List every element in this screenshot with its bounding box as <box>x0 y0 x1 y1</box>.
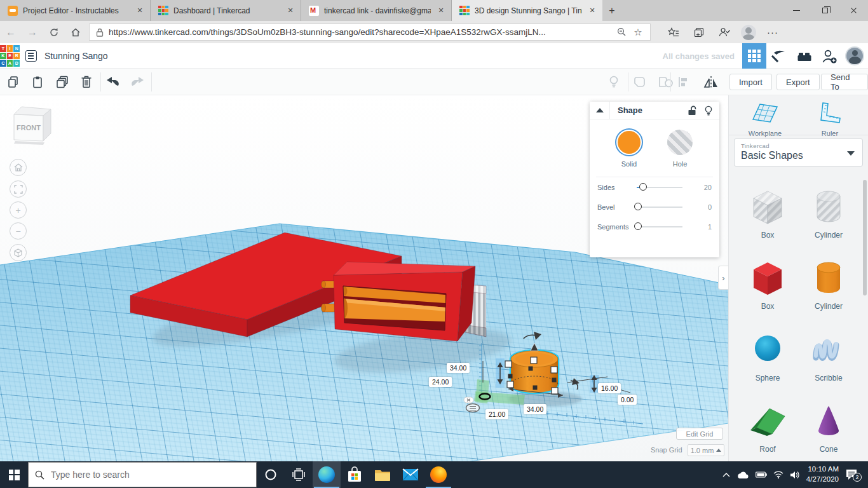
sides-slider[interactable] <box>637 187 682 188</box>
home-button[interactable] <box>65 21 86 43</box>
settings-more-icon[interactable]: ··· <box>764 24 782 41</box>
hole-option[interactable]: Hole <box>667 130 693 168</box>
solid-option[interactable]: Solid <box>616 130 642 168</box>
perspective-toggle-button[interactable] <box>10 244 27 261</box>
tinkercad-logo[interactable]: TINKERCAD <box>0 45 20 67</box>
mid-scale-handle[interactable] <box>529 367 533 371</box>
redo-icon[interactable] <box>130 75 144 89</box>
red-frame-box-shape[interactable] <box>322 262 487 341</box>
cortana-button[interactable] <box>257 461 285 488</box>
favorite-star-icon[interactable]: ☆ <box>630 27 646 38</box>
search-input[interactable] <box>51 470 229 480</box>
action-center-button[interactable]: 2 <box>845 465 863 484</box>
collections-icon[interactable] <box>690 24 708 41</box>
ungroup-icon[interactable] <box>657 75 671 89</box>
copy-icon[interactable] <box>6 75 20 89</box>
taskbar-file-explorer-button[interactable] <box>369 461 397 488</box>
blocks-view-button[interactable] <box>742 43 766 69</box>
minecraft-pickaxe-icon[interactable] <box>771 48 787 65</box>
mid-scale-handle[interactable] <box>508 374 513 379</box>
taskbar-firefox-button[interactable] <box>424 461 452 488</box>
mirror-flip-icon[interactable] <box>703 75 717 89</box>
zoom-out-button[interactable]: − <box>10 222 27 240</box>
segments-slider[interactable] <box>637 226 682 227</box>
task-view-button[interactable] <box>285 461 313 488</box>
tab-close-icon[interactable]: ✕ <box>436 6 446 16</box>
undo-icon[interactable] <box>105 75 119 89</box>
window-restore-button[interactable] <box>811 0 839 21</box>
dimension-label[interactable]: 16.00 <box>598 383 621 393</box>
scale-handle[interactable] <box>552 388 558 394</box>
edit-grid-button[interactable]: Edit Grid <box>676 428 723 440</box>
sidebar-collapse-handle[interactable]: › <box>718 266 728 290</box>
dimension-label[interactable]: 21.00 <box>485 409 508 419</box>
view-home-button[interactable] <box>10 159 27 176</box>
dimension-label[interactable]: 34.00 <box>524 404 546 414</box>
tab-tinkercad-dashboard[interactable]: Dashboard | Tinkercad ✕ <box>151 0 301 21</box>
fit-view-button[interactable] <box>10 180 27 198</box>
mid-scale-handle[interactable] <box>552 378 557 383</box>
bevel-slider[interactable] <box>637 207 682 208</box>
workplane-tool[interactable]: Workplane <box>736 100 794 137</box>
send-to-button[interactable]: Send To <box>821 74 868 90</box>
paste-icon[interactable] <box>31 75 44 89</box>
account-avatar[interactable] <box>845 46 864 65</box>
taskbar-clock[interactable]: 10:10 AM 4/27/2020 <box>806 464 839 484</box>
scale-handle[interactable] <box>551 367 557 373</box>
dimension-label[interactable]: 0.00 <box>618 395 637 405</box>
zoom-out-page-icon[interactable] <box>613 27 630 37</box>
volume-icon[interactable] <box>790 471 800 479</box>
shape-tile-scribble[interactable]: Scribble <box>799 329 858 383</box>
delete-icon[interactable] <box>79 75 93 89</box>
import-button[interactable]: Import <box>729 74 772 90</box>
align-icon[interactable] <box>676 75 690 89</box>
view-cube-front-label[interactable]: FRONT <box>17 124 41 132</box>
battery-icon[interactable] <box>756 471 767 478</box>
add-user-icon[interactable] <box>822 48 838 65</box>
snap-grid-dropdown[interactable]: 1.0 mm <box>688 444 724 456</box>
start-button[interactable] <box>0 461 28 488</box>
forward-button[interactable]: → <box>22 21 43 43</box>
new-tab-button[interactable]: + <box>602 0 621 21</box>
shape-tile-hole-box[interactable]: Box <box>738 186 797 240</box>
browser-profile-avatar[interactable] <box>741 25 756 40</box>
taskbar-mail-button[interactable] <box>397 461 424 488</box>
panel-collapse-button[interactable] <box>590 102 610 119</box>
tab-close-icon[interactable]: ✕ <box>285 6 295 16</box>
onedrive-icon[interactable] <box>736 471 749 479</box>
tab-gmail[interactable]: tinkercad link - davinfiske@gmai ✕ <box>301 0 452 21</box>
view-cube[interactable]: FRONT <box>8 102 56 152</box>
profile-sync-icon[interactable] <box>715 24 733 41</box>
url-field[interactable]: https://www.tinkercad.com/things/3DSoUm0… <box>89 24 651 41</box>
scale-handle[interactable] <box>507 381 513 388</box>
shape-tile-red-box[interactable]: Box <box>738 257 797 311</box>
tab-close-icon[interactable]: ✕ <box>135 6 145 16</box>
scale-handle[interactable] <box>505 361 512 367</box>
dimension-label[interactable]: 34.00 <box>447 363 470 373</box>
design-menu-icon[interactable] <box>25 50 37 62</box>
shape-tile-hole-cylinder[interactable]: Cylinder <box>799 186 858 240</box>
export-button[interactable]: Export <box>776 74 820 90</box>
duplicate-icon[interactable] <box>55 75 69 89</box>
back-button[interactable]: ← <box>0 21 22 43</box>
shape-tile-roof[interactable]: Roof <box>738 400 797 454</box>
show-all-lightbulb-icon[interactable] <box>607 75 621 89</box>
taskbar-edge-button[interactable] <box>313 461 341 488</box>
taskbar-store-button[interactable] <box>341 461 369 488</box>
mid-scale-handle[interactable] <box>533 386 538 390</box>
unlock-icon[interactable] <box>684 105 700 116</box>
zoom-in-button[interactable]: + <box>10 201 27 219</box>
shape-library-dropdown[interactable]: Tinkercad Basic Shapes <box>734 139 863 166</box>
favorites-hub-icon[interactable] <box>665 24 682 41</box>
scale-handle[interactable] <box>531 357 537 363</box>
refresh-button[interactable] <box>43 21 65 43</box>
tab-instructables[interactable]: Project Editor - Instructables ✕ <box>0 0 151 21</box>
shape-tile-sphere[interactable]: Sphere <box>738 329 797 383</box>
ruler-tool-button[interactable]: Ruler <box>801 100 858 137</box>
sidebar-scrollbar[interactable] <box>863 180 867 295</box>
hole-swatch[interactable] <box>667 130 693 155</box>
group-icon[interactable] <box>633 75 647 89</box>
solid-color-swatch[interactable] <box>616 130 642 155</box>
tab-tinkercad-editor-active[interactable]: 3D design Stunning Sango | Tink ✕ <box>452 0 602 21</box>
window-close-button[interactable] <box>839 0 868 21</box>
